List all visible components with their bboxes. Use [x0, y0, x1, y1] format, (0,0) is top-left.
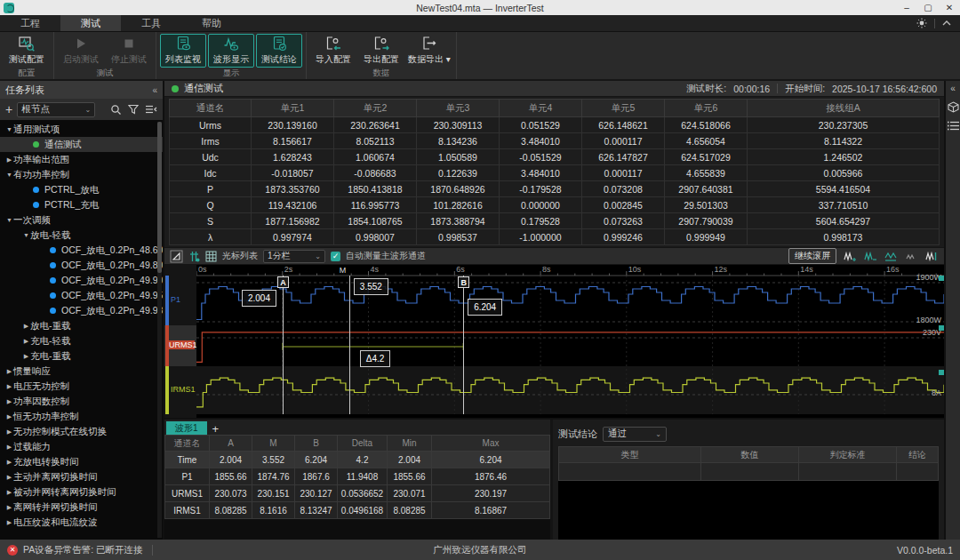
menu-tab-工具[interactable]: 工具 [121, 15, 181, 31]
device-icon[interactable] [948, 101, 959, 113]
table-row[interactable]: Time2.0043.5526.2044.22.0046.204 [165, 452, 550, 468]
channel-scale-marker-icon[interactable] [939, 325, 944, 331]
collapse-ribbon-icon[interactable] [942, 20, 951, 27]
tree-expanded-arrow-icon[interactable]: ▼ [5, 172, 13, 178]
tree-collapsed-arrow-icon[interactable]: ▶ [5, 474, 13, 481]
waveform-zoom-x-out-icon[interactable] [864, 251, 877, 262]
tree-scrollbar-thumb[interactable] [157, 122, 162, 273]
auto-measure-checkbox[interactable]: ✓ [331, 252, 340, 261]
tree-item[interactable]: 通信测试 [0, 137, 163, 152]
tree-item[interactable]: PCTRL_放电 [0, 182, 163, 197]
wave-display-button[interactable]: 波形显示 [208, 34, 254, 68]
search-icon[interactable] [110, 104, 122, 116]
tree-item[interactable]: ▶功率因数控制 [0, 394, 163, 409]
tree-item[interactable]: ▶电压纹波和电流纹波 [0, 515, 163, 530]
tree-collapsed-arrow-icon[interactable]: ▶ [5, 489, 13, 496]
channel-list-icon[interactable] [948, 121, 959, 131]
tree-item[interactable]: ▼有功功率控制 [0, 167, 163, 182]
tree-item[interactable]: ▶恒无功功率控制 [0, 409, 163, 424]
channel-name-P1[interactable]: P1 [171, 295, 196, 304]
tree-item[interactable]: OCF_放电_0.2Pn_48.60 [0, 243, 163, 258]
waveform-fit-all-icon[interactable] [905, 251, 918, 262]
list-monitor-button[interactable]: 列表监视 [160, 34, 206, 68]
tree-scrollbar[interactable] [157, 122, 162, 538]
channel-name-IRMS1[interactable]: IRMS1 [171, 385, 196, 394]
waveform-plot-area[interactable]: 0s2s4s6s8s10s12s14s16sA2.004M3.552B6.204… [196, 265, 944, 418]
tree-item[interactable]: ▶充放电转换时间 [0, 454, 163, 469]
tree-item[interactable]: OCF_放电_0.2Pn_49.90 [0, 273, 163, 288]
cursor-pair-icon[interactable] [188, 251, 200, 262]
tree-item[interactable]: ▶被动并网转离网切换时间 [0, 484, 163, 500]
table-row[interactable]: λ0.9979740.9980070.998537-1.0000000.9992… [170, 229, 940, 245]
data-export-button[interactable]: 数据导出 ▾ [406, 34, 452, 68]
tree-item[interactable]: ▶离网转并网切换时间 [0, 500, 163, 515]
export-config-button[interactable]: 导出配置 [358, 34, 404, 68]
tree-expanded-arrow-icon[interactable]: ▼ [22, 232, 30, 238]
tree-collapsed-arrow-icon[interactable]: ▶ [5, 444, 13, 451]
tree-collapsed-arrow-icon[interactable]: ▶ [5, 383, 13, 390]
cursor-M-line[interactable] [349, 276, 350, 414]
tree-item[interactable]: OCF_放电_0.2Pn_49.98 [0, 303, 163, 318]
table-row[interactable]: IRMS18.082858.16168.132470.04961688.0828… [165, 502, 550, 519]
minimize-button[interactable]: – [896, 0, 917, 15]
table-row[interactable]: Irms8.1566178.0521138.1342363.4840100.00… [170, 133, 940, 149]
add-task-button[interactable]: + [5, 103, 12, 116]
table-row[interactable]: P11855.661874.761867.611.94081855.661876… [165, 468, 550, 485]
theme-toggle-icon[interactable] [916, 18, 927, 28]
tree-collapsed-arrow-icon[interactable]: ▶ [5, 398, 13, 405]
cursor-B-line[interactable] [463, 276, 464, 414]
tree-collapsed-arrow-icon[interactable]: ▶ [22, 338, 30, 345]
tree-item[interactable]: OCF_放电_0.2Pn_49.95 [0, 288, 163, 303]
table-row[interactable]: Udc1.6282431.0606741.050589-0.051529626.… [170, 149, 940, 165]
menu-tab-帮助[interactable]: 帮助 [181, 15, 242, 31]
tree-collapsed-arrow-icon[interactable]: ▶ [5, 519, 13, 526]
import-config-button[interactable]: 导入配置 [310, 34, 356, 68]
table-row[interactable]: URMS1230.073230.151230.1270.0536652230.0… [165, 485, 550, 502]
menu-tab-测试[interactable]: 测试 [60, 15, 121, 31]
tree-collapsed-arrow-icon[interactable]: ▶ [5, 368, 13, 375]
waveform-zoom-x-in-icon[interactable] [844, 251, 857, 262]
collapse-right-panel-icon[interactable]: « [950, 84, 956, 93]
tree-collapsed-arrow-icon[interactable]: ▶ [5, 156, 13, 164]
single-trigger-icon[interactable] [170, 250, 183, 263]
tree-collapsed-arrow-icon[interactable]: ▶ [22, 323, 30, 330]
table-row[interactable]: S1877.1569821854.1087651873.3887940.1795… [170, 213, 940, 229]
channel-name-URMS1[interactable]: URMS1 [169, 340, 195, 349]
tree-item[interactable]: ▼通用测试项 [0, 122, 163, 137]
collapse-all-icon[interactable] [145, 104, 157, 115]
waveform-tab[interactable]: 波形1 [166, 421, 207, 435]
tree-item[interactable]: ▶电压无功控制 [0, 379, 163, 394]
tree-item[interactable]: ▶惯量响应 [0, 364, 163, 379]
cursor-A-flag[interactable]: A [277, 276, 289, 288]
tree-item[interactable]: ▶充电-重载 [0, 348, 163, 364]
tree-expanded-arrow-icon[interactable]: ▼ [5, 217, 13, 223]
add-waveform-tab-button[interactable]: + [212, 423, 220, 435]
cursor-grid-icon[interactable] [205, 251, 217, 262]
waveform-fit-y-icon[interactable] [884, 251, 898, 262]
tree-item[interactable]: ▼放电-轻载 [0, 228, 163, 243]
channel-scale-marker-icon[interactable] [939, 370, 944, 375]
tree-item[interactable]: ▶放电-重载 [0, 318, 163, 333]
table-row[interactable]: Q119.432106116.995773101.2826160.0000000… [170, 197, 940, 213]
tree-item[interactable]: ▶过载能力 [0, 439, 163, 454]
tree-item[interactable]: ▶充电-轻载 [0, 333, 163, 348]
table-row[interactable]: Urms230.139160230.263641230.3091130.0515… [170, 117, 940, 133]
layout-select[interactable]: 1分栏 ⌄ [263, 250, 325, 263]
tree-item[interactable]: ▼一次调频 [0, 212, 163, 228]
tree-collapsed-arrow-icon[interactable]: ▶ [5, 413, 13, 420]
menu-tab-工程[interactable]: 工程 [0, 15, 60, 31]
channel-scale-marker-icon[interactable] [939, 276, 944, 281]
test-config-button[interactable]: 测试配置 [4, 34, 50, 68]
tree-item[interactable]: ▶主动并离网切换时间 [0, 469, 163, 484]
tree-item[interactable]: OCF_放电_0.2Pn_49.80 [0, 258, 163, 273]
tree-item[interactable]: PCTRL_充电 [0, 197, 163, 212]
filter-icon[interactable] [128, 104, 139, 115]
test-result-select[interactable]: 通过 ⌄ [603, 427, 667, 442]
root-node-select[interactable]: 根节点 ⌄ [17, 102, 95, 117]
tree-expanded-arrow-icon[interactable]: ▼ [5, 126, 13, 132]
continue-scroll-button[interactable]: 继续滚屏 [788, 248, 836, 264]
cursor-A-line[interactable] [283, 276, 284, 414]
cursor-M-flag[interactable]: M [340, 266, 347, 275]
tree-collapsed-arrow-icon[interactable]: ▶ [5, 504, 13, 511]
table-row[interactable]: Idc-0.018057-0.0866830.1226393.4840100.0… [170, 165, 940, 181]
